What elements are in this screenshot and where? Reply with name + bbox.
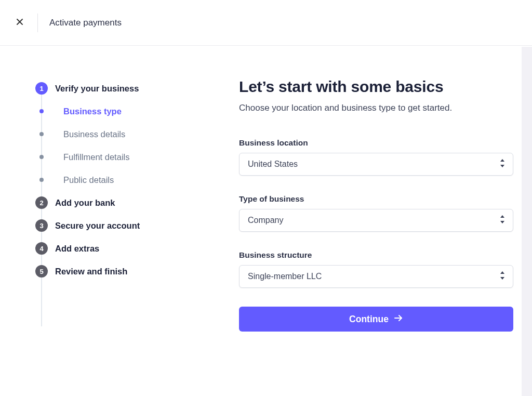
step-label: Add your bank: [55, 198, 115, 208]
step-label: Add extras: [55, 244, 99, 254]
substep-business-details[interactable]: Business details: [35, 124, 182, 144]
select-value: Single-member LLC: [248, 272, 322, 281]
step-label: Secure your account: [55, 221, 140, 231]
substep-fulfillment-details[interactable]: Fulfillment details: [35, 147, 182, 167]
continue-label: Continue: [349, 314, 389, 325]
step-number-current: 1: [35, 82, 48, 95]
step-sidebar: 1 Verify your business Business type Bus…: [35, 78, 182, 332]
field-group-type: Type of business Company: [239, 194, 513, 232]
substep-dot-icon: [39, 132, 44, 136]
field-group-structure: Business structure Single-member LLC: [239, 250, 513, 288]
chevron-updown-icon: [499, 271, 506, 282]
field-group-location: Business location United States: [239, 138, 513, 176]
step-1-verify-business[interactable]: 1 Verify your business: [35, 78, 182, 99]
substep-dot-icon: [39, 178, 44, 182]
header-bar: Activate payments: [0, 0, 532, 46]
step-number: 4: [35, 242, 48, 255]
chevron-updown-icon: [499, 159, 506, 169]
arrow-right-icon: [394, 313, 403, 325]
step-label: Verify your business: [55, 84, 139, 94]
substep-public-details[interactable]: Public details: [35, 169, 182, 190]
scrollbar-track[interactable]: [522, 47, 532, 396]
substep-label: Fulfillment details: [52, 152, 129, 162]
field-label: Business location: [239, 138, 513, 148]
type-of-business-select[interactable]: Company: [239, 209, 513, 232]
field-label: Business structure: [239, 250, 513, 260]
content-wrap: 1 Verify your business Business type Bus…: [35, 78, 513, 332]
select-value: United States: [248, 160, 298, 169]
step-number: 3: [35, 219, 48, 232]
business-structure-select[interactable]: Single-member LLC: [239, 265, 513, 288]
continue-button[interactable]: Continue: [239, 307, 513, 332]
close-button[interactable]: [12, 16, 27, 30]
form-main: Let’s start with some basics Choose your…: [239, 78, 513, 332]
page-title: Activate payments: [49, 18, 122, 28]
select-value: Company: [248, 216, 283, 225]
substep-dot-icon: [39, 155, 44, 159]
close-icon: [16, 18, 24, 28]
step-number: 5: [35, 265, 48, 278]
substep-label: Business details: [52, 129, 125, 139]
field-label: Type of business: [239, 194, 513, 204]
step-4-add-extras[interactable]: 4 Add extras: [35, 238, 182, 259]
step-label: Review and finish: [55, 267, 127, 276]
business-location-select[interactable]: United States: [239, 153, 513, 176]
header-divider: [37, 14, 38, 32]
substep-business-type[interactable]: Business type: [35, 101, 182, 122]
step-5-review-finish[interactable]: 5 Review and finish: [35, 261, 182, 282]
form-subheading: Choose your location and business type t…: [239, 103, 513, 113]
substep-label: Public details: [52, 175, 114, 185]
step-2-add-bank[interactable]: 2 Add your bank: [35, 192, 182, 213]
step-3-secure-account[interactable]: 3 Secure your account: [35, 215, 182, 236]
substep-label: Business type: [52, 107, 122, 116]
substep-dot-icon: [39, 109, 44, 113]
chevron-updown-icon: [499, 215, 506, 226]
step-number: 2: [35, 196, 48, 209]
form-heading: Let’s start with some basics: [239, 78, 513, 96]
